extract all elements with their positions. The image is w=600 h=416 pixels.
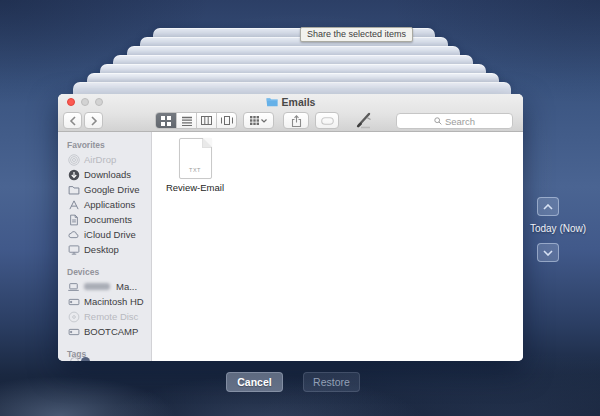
column-view-button[interactable] — [196, 113, 216, 128]
timeline-back-button[interactable] — [537, 243, 559, 262]
arrange-icon — [250, 116, 259, 125]
sidebar-item-documents[interactable]: Documents — [58, 212, 151, 227]
icon-view-icon — [161, 116, 171, 126]
file-name-label: Review-Email — [160, 182, 230, 193]
back-button[interactable] — [63, 112, 82, 129]
sidebar-section-favorites: Favorites — [58, 138, 151, 152]
txt-file-icon: TXT — [179, 138, 212, 179]
downloads-icon — [67, 168, 80, 181]
sidebar-item-google-drive[interactable]: Google Drive — [58, 182, 151, 197]
restore-button: Restore — [303, 372, 360, 392]
share-icon — [291, 115, 302, 127]
tag-color-dots — [70, 357, 90, 361]
search-input[interactable]: Search — [396, 113, 513, 129]
sidebar-item-macintosh-hd[interactable]: Macintosh HD — [58, 294, 151, 309]
sidebar-item-remote-disc: Remote Disc — [58, 309, 151, 324]
column-view-icon — [201, 116, 212, 125]
window-title: Emails — [58, 96, 523, 108]
desktop-icon — [67, 243, 80, 256]
time-machine-desktop: { "desktop": { "tooltip": "Share the sel… — [0, 0, 600, 416]
timeline-label: Today (Now) — [520, 223, 596, 234]
list-view-icon — [182, 116, 192, 126]
list-view-button[interactable] — [176, 113, 196, 128]
folder-icon — [266, 97, 278, 107]
window-chrome: Emails — [58, 94, 523, 132]
page-fold — [203, 138, 212, 147]
tooltip: Share the selected items — [300, 27, 413, 42]
file-type-badge: TXT — [180, 167, 211, 173]
folder-icon — [67, 183, 80, 196]
wand-pen-icon[interactable] — [355, 110, 375, 130]
coverflow-view-button[interactable] — [216, 113, 236, 128]
sidebar-item-bootcamp[interactable]: BOOTCAMP — [58, 324, 151, 339]
sidebar-item-airdrop: AirDrop — [58, 152, 151, 167]
chevron-down-icon — [543, 250, 553, 256]
sidebar-item-desktop[interactable]: Desktop — [58, 242, 151, 257]
arrange-button[interactable] — [243, 112, 274, 129]
icloud-icon — [67, 228, 80, 241]
cancel-button[interactable]: Cancel — [226, 372, 283, 392]
internal-drive-icon — [67, 295, 80, 308]
icon-view-button[interactable] — [156, 113, 176, 128]
sidebar-item-icloud-drive[interactable]: iCloud Drive — [58, 227, 151, 242]
sidebar-item-applications[interactable]: Applications — [58, 197, 151, 212]
file-browser-content: TXT Review-Email — [152, 132, 523, 361]
tag-button — [315, 112, 339, 129]
chevron-down-icon — [261, 119, 267, 123]
applications-icon — [67, 198, 80, 211]
sidebar: Favorites AirDrop Downloads Google Drive — [58, 132, 152, 361]
documents-icon — [67, 213, 80, 226]
window-title-text: Emails — [282, 96, 316, 108]
internal-drive-icon — [67, 325, 80, 338]
forward-button[interactable] — [84, 112, 103, 129]
finder-window: Emails — [58, 94, 523, 361]
file-review-email[interactable]: TXT Review-Email — [160, 138, 230, 193]
share-button[interactable] — [283, 112, 309, 129]
search-icon — [434, 117, 442, 125]
laptop-icon — [67, 280, 80, 293]
redacted-device-name — [84, 283, 110, 290]
chevron-left-icon — [69, 116, 77, 126]
sidebar-item-downloads[interactable]: Downloads — [58, 167, 151, 182]
disc-icon — [67, 310, 80, 323]
sidebar-section-devices: Devices — [58, 265, 151, 279]
chevron-up-icon — [543, 204, 553, 210]
coverflow-view-icon — [221, 116, 233, 125]
chevron-right-icon — [90, 116, 98, 126]
view-mode-segmented-control — [155, 112, 237, 129]
airdrop-icon — [67, 153, 80, 166]
search-placeholder: Search — [445, 116, 475, 127]
tag-icon — [321, 117, 334, 125]
sidebar-item-mac[interactable]: Ma... — [58, 279, 151, 294]
timeline-forward-button[interactable] — [537, 197, 559, 216]
